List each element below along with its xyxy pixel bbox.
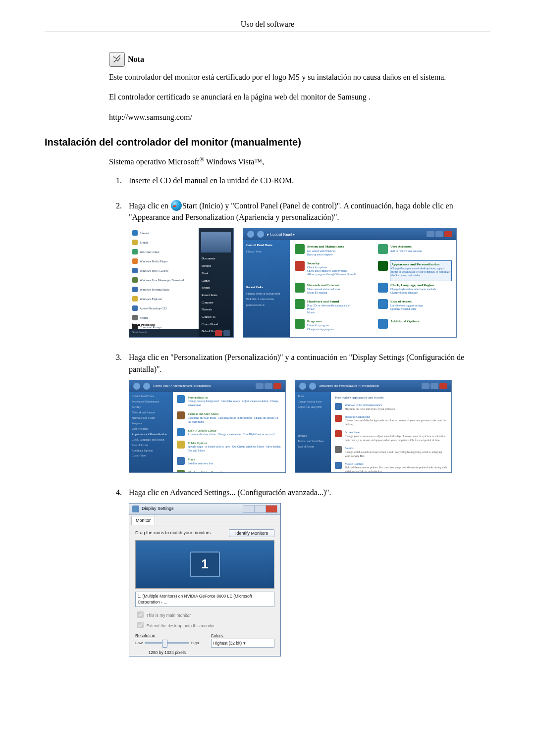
start-item[interactable]: Windows Photo Gallery	[129, 266, 199, 275]
breadcrumb[interactable]: ▸ Control Panel ▸	[267, 232, 295, 238]
personalization-item[interactable]: Screen SaverChange your screen saver or …	[335, 430, 447, 443]
back-icon[interactable]	[247, 231, 254, 238]
start-item[interactable]: Windows Live Messenger Download	[129, 275, 199, 285]
breadcrumb[interactable]: Appearance and Personalization > Persona…	[319, 384, 379, 388]
forward-icon[interactable]	[257, 231, 264, 238]
nav-item[interactable]: Control Panel Home	[132, 395, 170, 399]
cp-category[interactable]: User AccountsAdd or remove user accounts	[378, 244, 451, 258]
monitor-preview[interactable]: 1	[135, 540, 274, 589]
nav-item[interactable]: Security	[132, 405, 170, 409]
nav-item[interactable]: Additional Options	[132, 449, 170, 453]
start-right-item[interactable]: Recent Items	[199, 292, 233, 299]
close-icon[interactable]	[266, 505, 277, 513]
maximize-icon[interactable]	[254, 505, 266, 513]
identify-monitors-button[interactable]: Identify Monitors	[229, 529, 274, 537]
forward-icon[interactable]	[143, 383, 150, 390]
recent-task[interactable]: personalization	[246, 303, 287, 307]
personalization-item[interactable]: Window Color and AppearanceFine tune the…	[335, 403, 447, 411]
nav-item[interactable]: Hardware and Sound	[132, 416, 170, 420]
forward-icon[interactable]	[309, 383, 316, 390]
lock-button[interactable]	[223, 330, 230, 336]
nav-item[interactable]: Programs	[132, 422, 170, 426]
appearance-group[interactable]: FontsInstall or remove a font	[177, 457, 281, 465]
tab-monitor[interactable]: Monitor	[131, 516, 155, 525]
minimize-icon[interactable]	[256, 383, 264, 389]
minimize-icon[interactable]	[422, 383, 429, 389]
nav-item[interactable]: Ease of Access	[132, 444, 170, 448]
start-search[interactable]: Start Search	[129, 329, 199, 337]
cp-category[interactable]: Network and InternetView network status …	[295, 283, 368, 297]
start-item[interactable]: E-mail	[129, 238, 199, 247]
monitor-dropdown[interactable]: 1. (Multiple Monitors) on NVIDIA GeForce…	[135, 592, 274, 607]
nav-item[interactable]: Change desktop icons	[298, 400, 328, 404]
back-icon[interactable]	[299, 383, 306, 390]
recent-task[interactable]: Pick list of other media	[246, 297, 287, 302]
start-right-item[interactable]: Search	[199, 284, 233, 292]
cp-category[interactable]: Ease of AccessLet Windows suggest settin…	[378, 299, 451, 317]
start-item[interactable]: Adobe Photoshop CS2	[129, 303, 199, 313]
main-monitor-checkbox	[137, 611, 144, 618]
back-icon[interactable]	[133, 383, 140, 390]
breadcrumb[interactable]: Control Panel > Appearance and Personali…	[153, 384, 211, 388]
see-also-item[interactable]: Taskbar and Start Menu	[298, 440, 328, 444]
start-item[interactable]: Windows Meeting Space	[129, 285, 199, 294]
monitor-1[interactable]: 1	[190, 552, 220, 577]
nav-item[interactable]: Clock, Language, and Region	[132, 438, 170, 442]
close-icon[interactable]	[439, 383, 447, 389]
start-right-item[interactable]: Documents	[199, 255, 233, 262]
start-right-item[interactable]: Computer	[199, 299, 233, 306]
start-item[interactable]: Welcome Center	[129, 247, 199, 256]
nav-item[interactable]: Adjust font size (DPI)	[298, 405, 328, 409]
all-programs[interactable]: ▶ All Programs	[132, 322, 156, 327]
maximize-icon[interactable]	[265, 383, 272, 389]
cp-category[interactable]: Clock, Language, and RegionChange keyboa…	[378, 283, 451, 297]
screenshot-display-settings: Display Settings Monitor	[129, 503, 281, 656]
nav-item[interactable]: Appearance and Personalization	[132, 433, 170, 437]
maximize-icon[interactable]	[435, 231, 443, 237]
cp-category[interactable]: Appearance and PersonalizationChange the…	[378, 261, 451, 281]
minimize-icon[interactable]	[243, 505, 254, 513]
start-item[interactable]: Internet	[129, 228, 199, 238]
start-item[interactable]: Windows Media Player	[129, 256, 199, 266]
appearance-group[interactable]: PersonalizationChange desktop background…	[177, 395, 281, 407]
resolution-slider[interactable]: Low High	[135, 639, 199, 648]
cp-category[interactable]: ProgramsUninstall a programChange startu…	[295, 319, 368, 333]
appearance-group[interactable]: Folder OptionsSpecify single- or double-…	[177, 441, 281, 453]
appearance-group[interactable]: Taskbar and Start MenuCustomize the Star…	[177, 411, 281, 424]
appearance-group[interactable]: Windows Sidebar PropertiesAdd gadgets to…	[177, 470, 281, 473]
see-also-item[interactable]: Ease of Access	[298, 445, 328, 449]
start-right-item[interactable]: Connect To	[199, 313, 233, 321]
colors-dropdown[interactable]: Highest (32 bit) ▾	[211, 639, 275, 648]
appearance-group[interactable]: Ease of Access CenterAccommodate low vis…	[177, 428, 281, 437]
start-right-item[interactable]: Music	[199, 270, 233, 277]
start-item[interactable]: Windows Explorer	[129, 294, 199, 303]
personalization-item[interactable]: Desktop BackgroundChoose from available …	[335, 415, 447, 427]
recent-task[interactable]: Change desktop background	[246, 292, 287, 296]
start-right-item[interactable]: Pictures	[199, 262, 233, 270]
nav-item[interactable]: User Accounts	[132, 427, 170, 431]
cp-home-link[interactable]: Control Panel Home	[246, 243, 287, 248]
start-item[interactable]: Search	[129, 313, 199, 322]
close-icon[interactable]	[273, 383, 281, 389]
start-right-item[interactable]: Control Panel	[199, 321, 233, 328]
cp-category[interactable]: Hardware and SoundPlay CDs or other medi…	[295, 299, 368, 317]
cp-category[interactable]: Additional Options	[378, 319, 451, 333]
cp-category[interactable]: System and MaintenanceGet started with W…	[295, 244, 368, 258]
nav-item[interactable]: System and Maintenance	[132, 400, 170, 404]
close-icon[interactable]	[444, 231, 452, 237]
os-line: Sistema operativo Microsoft® Windows Vis…	[109, 155, 485, 168]
shutdown-button[interactable]	[215, 330, 222, 336]
cp-category[interactable]: SecurityCheck for updatesCheck this comp…	[295, 261, 368, 281]
nav-item[interactable]: Tasks	[298, 395, 328, 399]
personalization-item[interactable]: SoundsChange which sounds are heard when…	[335, 446, 447, 458]
resolution-value: 1280 by 1024 pixels	[135, 650, 199, 655]
start-right-item[interactable]: Network	[199, 306, 233, 313]
start-right-item[interactable]: Games	[199, 277, 233, 285]
minimize-icon[interactable]	[427, 231, 434, 237]
personalization-item[interactable]: Mouse PointersPick a different mouse poi…	[335, 462, 447, 473]
nav-item[interactable]: Classic View	[132, 454, 170, 458]
nav-item[interactable]: Network and Internet	[132, 411, 170, 415]
classic-view-link[interactable]: Classic View	[246, 250, 287, 254]
maximize-icon[interactable]	[430, 383, 438, 389]
user-picture	[201, 231, 231, 253]
